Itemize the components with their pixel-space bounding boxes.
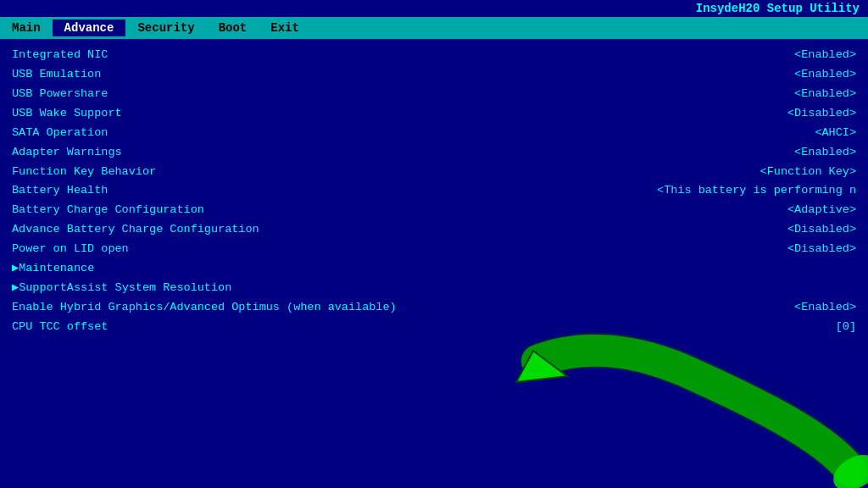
setting-name-9: Advance Battery Charge Configuration: [12, 221, 259, 239]
setting-name-0: Integrated NIC: [12, 47, 108, 64]
setting-name-5: Adapter Warnings: [12, 144, 122, 162]
svg-point-2: [827, 447, 868, 488]
settings-row-6[interactable]: Function Key Behavior<Function Key>: [12, 163, 856, 182]
setting-value-9: <Disabled>: [787, 221, 856, 239]
setting-value-1: <Enabled>: [794, 66, 856, 84]
settings-row-9[interactable]: Advance Battery Charge Configuration<Dis…: [12, 220, 856, 240]
settings-row-4[interactable]: SATA Operation<AHCI>: [12, 124, 856, 143]
setting-name-2: USB Powershare: [12, 86, 108, 103]
setting-value-6: <Function Key>: [760, 164, 856, 181]
setting-value-3: <Disabled>: [787, 105, 856, 123]
menu-bar: MainAdvanceSecurityBootExit: [0, 17, 868, 39]
settings-row-14[interactable]: CPU TCC offset[0]: [12, 318, 856, 337]
settings-row-10[interactable]: Power on LID open<Disabled>: [12, 240, 856, 259]
setting-name-13: Enable Hybrid Graphics/Advanced Optimus …: [12, 299, 397, 317]
setting-value-0: <Enabled>: [794, 47, 856, 64]
setting-name-8: Battery Charge Configuration: [12, 202, 204, 219]
setting-name-11: ▶Maintenance: [12, 260, 94, 278]
menu-item-boot[interactable]: Boot: [207, 19, 259, 36]
setting-value-8: <Adaptive>: [787, 202, 856, 219]
settings-row-7[interactable]: Battery Health<This battery is performin…: [12, 181, 856, 201]
settings-row-0[interactable]: Integrated NIC<Enabled>: [12, 46, 856, 65]
settings-row-13[interactable]: Enable Hybrid Graphics/Advanced Optimus …: [12, 298, 856, 318]
title-text: InsydeH20 Setup Utility: [696, 2, 860, 15]
setting-name-7: Battery Health: [12, 182, 108, 200]
setting-name-10: Power on LID open: [12, 241, 129, 258]
settings-row-1[interactable]: USB Emulation<Enabled>: [12, 65, 856, 85]
setting-value-7: <This battery is performing n: [657, 182, 856, 200]
menu-item-main[interactable]: Main: [0, 19, 53, 36]
setting-name-4: SATA Operation: [12, 125, 108, 142]
setting-value-13: <Enabled>: [794, 299, 856, 317]
settings-row-3[interactable]: USB Wake Support<Disabled>: [12, 104, 856, 124]
settings-row-5[interactable]: Adapter Warnings<Enabled>: [12, 143, 856, 163]
setting-name-14: CPU TCC offset: [12, 319, 108, 336]
settings-row-12[interactable]: ▶SupportAssist System Resolution: [12, 279, 856, 298]
svg-marker-1: [516, 351, 567, 382]
settings-row-2[interactable]: USB Powershare<Enabled>: [12, 85, 856, 104]
menu-item-advance[interactable]: Advance: [53, 19, 126, 36]
setting-name-12: ▶SupportAssist System Resolution: [12, 280, 231, 297]
menu-item-exit[interactable]: Exit: [259, 19, 311, 36]
setting-name-1: USB Emulation: [12, 66, 101, 84]
content-area: Integrated NIC<Enabled>USB Emulation<Ena…: [0, 39, 868, 344]
setting-value-2: <Enabled>: [794, 86, 856, 103]
setting-value-4: <AHCI>: [815, 125, 856, 142]
setting-value-14: [0]: [836, 319, 856, 336]
setting-name-6: Function Key Behavior: [12, 164, 156, 181]
setting-value-10: <Disabled>: [787, 241, 856, 258]
settings-row-8[interactable]: Battery Charge Configuration<Adaptive>: [12, 201, 856, 220]
menu-item-security[interactable]: Security: [125, 19, 206, 36]
setting-name-3: USB Wake Support: [12, 105, 122, 123]
setting-value-5: <Enabled>: [794, 144, 856, 162]
settings-row-11[interactable]: ▶Maintenance: [12, 259, 856, 279]
title-bar: InsydeH20 Setup Utility: [0, 0, 868, 17]
